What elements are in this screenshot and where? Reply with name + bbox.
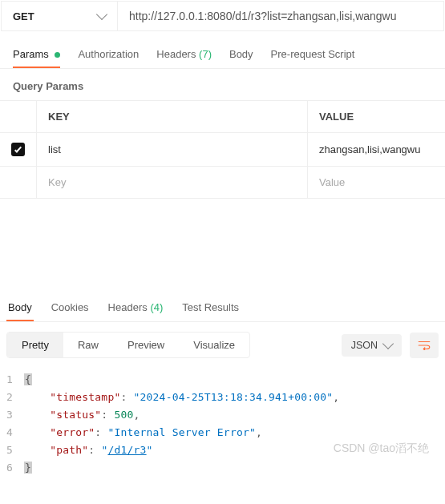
tab-authorization[interactable]: Authorization bbox=[78, 48, 139, 68]
checkbox-checked-icon[interactable] bbox=[11, 143, 25, 156]
code-content[interactable]: { "timestamp": "2024-04-25T13:18:34.941+… bbox=[24, 371, 339, 477]
resp-tab-test-results[interactable]: Test Results bbox=[180, 295, 241, 321]
tab-params[interactable]: Params bbox=[13, 48, 60, 68]
url-input[interactable]: http://127.0.0.1:8080/d1/r3?list=zhangsa… bbox=[118, 2, 443, 30]
row-key[interactable]: list bbox=[37, 133, 308, 166]
query-params-table: KEY VALUE list zhangsan,lisi,wangwu Key … bbox=[0, 100, 445, 199]
view-mode-segment: Pretty Raw Preview Visualize bbox=[6, 332, 250, 358]
response-body-code[interactable]: 1 2 3 4 5 6 { "timestamp": "2024-04-25T1… bbox=[0, 368, 445, 485]
http-method-label: GET bbox=[13, 10, 34, 22]
line-gutter: 1 2 3 4 5 6 bbox=[6, 371, 24, 477]
view-pretty[interactable]: Pretty bbox=[7, 333, 63, 357]
tab-pre-request[interactable]: Pre-request Script bbox=[271, 48, 355, 68]
query-params-title: Query Params bbox=[0, 69, 445, 100]
view-raw[interactable]: Raw bbox=[63, 333, 113, 357]
header-key: KEY bbox=[37, 101, 308, 132]
header-value: VALUE bbox=[308, 101, 445, 132]
row-key-placeholder[interactable]: Key bbox=[37, 167, 308, 198]
table-header-row: KEY VALUE bbox=[0, 101, 445, 133]
table-row[interactable]: list zhangsan,lisi,wangwu bbox=[0, 133, 445, 167]
row-checkbox-cell-empty bbox=[0, 167, 37, 198]
row-value[interactable]: zhangsan,lisi,wangwu bbox=[308, 133, 445, 166]
resp-headers-count: (4) bbox=[150, 301, 163, 313]
chevron-down-icon bbox=[96, 9, 107, 20]
http-method-select[interactable]: GET bbox=[2, 2, 118, 30]
chevron-down-icon bbox=[382, 337, 394, 349]
format-label: JSON bbox=[351, 340, 378, 351]
request-tabs: Params Authorization Headers (7) Body Pr… bbox=[0, 32, 445, 69]
resp-tab-cookies[interactable]: Cookies bbox=[50, 295, 91, 321]
view-visualize[interactable]: Visualize bbox=[179, 333, 249, 357]
body-controls: Pretty Raw Preview Visualize JSON bbox=[0, 322, 445, 368]
row-checkbox-cell[interactable] bbox=[0, 133, 37, 166]
header-check-cell bbox=[0, 101, 37, 132]
response-tabs: Body Cookies Headers (4) Test Results bbox=[0, 295, 445, 322]
tab-body[interactable]: Body bbox=[229, 48, 253, 68]
format-select[interactable]: JSON bbox=[342, 334, 402, 357]
resp-tab-body[interactable]: Body bbox=[6, 295, 34, 321]
table-row-empty[interactable]: Key Value bbox=[0, 167, 445, 198]
tab-headers[interactable]: Headers (7) bbox=[156, 48, 212, 68]
row-value-placeholder[interactable]: Value bbox=[308, 167, 445, 198]
wrap-lines-icon bbox=[418, 341, 431, 350]
headers-count: (7) bbox=[199, 48, 212, 60]
wrap-lines-button[interactable] bbox=[410, 333, 439, 358]
url-text: http://127.0.0.1:8080/d1/r3?list=zhangsa… bbox=[129, 10, 397, 22]
active-dot-icon bbox=[55, 52, 60, 58]
request-row: GET http://127.0.0.1:8080/d1/r3?list=zha… bbox=[1, 1, 444, 31]
view-preview[interactable]: Preview bbox=[113, 333, 179, 357]
resp-tab-headers[interactable]: Headers (4) bbox=[107, 295, 165, 321]
